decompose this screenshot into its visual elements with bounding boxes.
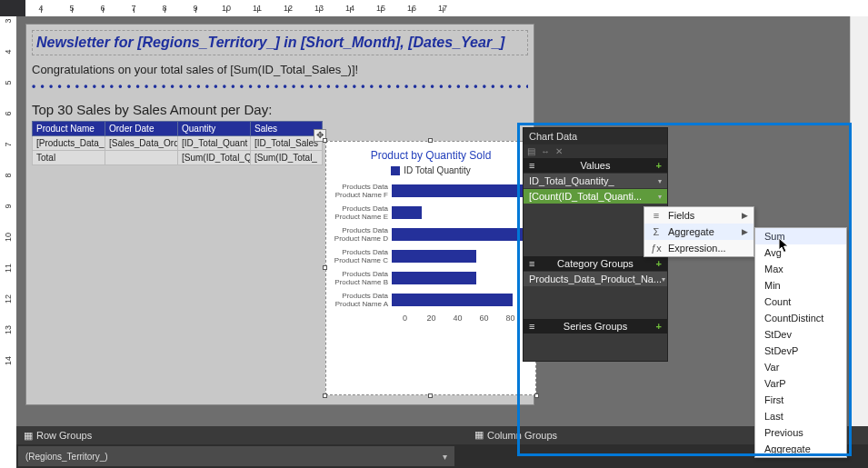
chevron-down-icon[interactable]: ▾ bbox=[443, 452, 447, 462]
groups-strip: (Regions_Territory_) ▾ bbox=[16, 444, 868, 468]
context-menu[interactable]: ≡Fields▶ΣAggregate▶ƒxExpression... bbox=[644, 206, 754, 257]
resize-handle[interactable] bbox=[323, 265, 327, 270]
add-category-icon[interactable]: + bbox=[656, 258, 662, 269]
row-group-chip[interactable]: (Regions_Territory_) ▾ bbox=[18, 446, 454, 466]
table-header[interactable]: Product Name bbox=[33, 122, 105, 136]
aggregate-menu-item[interactable]: Last bbox=[755, 408, 846, 424]
category-groups-section-header[interactable]: ≡ Category Groups + bbox=[524, 256, 667, 271]
category-field-label: Products_Data_Product_Na... bbox=[529, 274, 662, 284]
row-group-chip-label: (Regions_Territory_) bbox=[25, 452, 108, 462]
sales-table[interactable]: Product NameOrder DateQuantitySales [Pro… bbox=[32, 121, 323, 165]
menu-item-label: Aggregate bbox=[668, 226, 714, 237]
table-header[interactable]: Sales bbox=[251, 122, 323, 136]
table-cell[interactable]: [Sales_Data_Ord bbox=[105, 136, 178, 151]
table-cell[interactable]: [Sum(ID_Total_ bbox=[251, 151, 323, 165]
aggregate-menu-item[interactable]: StDevP bbox=[755, 343, 846, 359]
report-title[interactable]: Newsletter for [Regions_Territory_] in [… bbox=[32, 30, 528, 55]
axis-tick-label: 20 bbox=[418, 314, 444, 323]
legend-swatch bbox=[391, 166, 400, 175]
resize-handle[interactable] bbox=[428, 138, 433, 143]
resize-handle[interactable] bbox=[428, 393, 433, 398]
resize-handle[interactable] bbox=[534, 393, 539, 398]
row-groups-header[interactable]: ▦ Row Groups bbox=[16, 426, 99, 444]
chart-bar[interactable] bbox=[392, 294, 513, 306]
submenu-arrow-icon: ▶ bbox=[742, 227, 748, 236]
ruler-horizontal: 4567891011121314151617 bbox=[25, 0, 868, 16]
chart-bar-row: Products Data Product Name C bbox=[330, 248, 526, 264]
resize-handle[interactable] bbox=[323, 393, 327, 398]
chevron-down-icon[interactable]: ▾ bbox=[662, 275, 665, 284]
values-section-header[interactable]: ≡ Values + bbox=[524, 158, 667, 173]
section-title[interactable]: Top 30 Sales by Sales Amount per Day: bbox=[32, 102, 528, 117]
chart-region[interactable]: ✥ Product by Quantity Sold ID Total Quan… bbox=[325, 141, 536, 395]
aggregate-menu-item[interactable]: Sum bbox=[755, 228, 846, 244]
bars-icon: ≡ bbox=[529, 258, 534, 269]
table-cell[interactable]: [Products_Data_ bbox=[33, 136, 105, 151]
ruler-vertical: 34567891011121314 bbox=[0, 16, 16, 468]
aggregate-menu-item[interactable]: StDev bbox=[755, 326, 846, 343]
aggregate-menu-item[interactable]: Aggregate bbox=[755, 441, 846, 457]
chart-data-titlebar[interactable]: Chart Data bbox=[524, 128, 667, 144]
congrats-text[interactable]: Congratulations on your total sales of [… bbox=[32, 63, 528, 76]
chart-bar[interactable] bbox=[392, 272, 476, 284]
menu-item-icon: Σ bbox=[650, 226, 663, 237]
bars-icon: ≡ bbox=[529, 321, 534, 332]
chart-bar-row: Products Data Product Name D bbox=[330, 226, 526, 243]
value-field-label: ID_Total_Quantity_ bbox=[529, 175, 614, 186]
resize-handle[interactable] bbox=[323, 138, 327, 143]
table-cell[interactable]: [Sum(ID_Total_Q bbox=[178, 151, 251, 165]
value-expr-row[interactable]: [Count(ID_Total_Quanti... ▾ bbox=[524, 188, 667, 204]
chart-bar-row: Products Data Product Name B bbox=[330, 270, 526, 286]
value-field-row[interactable]: ID_Total_Quantity_ ▾ bbox=[524, 173, 667, 188]
aggregate-menu-item[interactable]: Avg bbox=[755, 244, 846, 261]
aggregate-menu-item[interactable]: Previous bbox=[755, 424, 846, 441]
chart-bar[interactable] bbox=[392, 184, 526, 197]
value-expr-label: [Count(ID_Total_Quanti... bbox=[529, 191, 642, 202]
column-groups-header[interactable]: ▦ Column Groups bbox=[467, 426, 564, 443]
chart-legend[interactable]: ID Total Quantity bbox=[326, 165, 535, 175]
chart-plot-area[interactable]: Products Data Product Name FProducts Dat… bbox=[326, 183, 535, 308]
chart-bar[interactable] bbox=[392, 228, 526, 241]
menu-item-label: Expression... bbox=[668, 243, 726, 254]
context-menu-item[interactable]: ƒxExpression... bbox=[644, 240, 753, 256]
swap-icon[interactable]: ↔ bbox=[541, 146, 550, 156]
aggregate-menu-item[interactable]: Count bbox=[755, 294, 846, 310]
table-cell[interactable]: [ID_Total_Sales bbox=[251, 136, 323, 151]
right-gutter bbox=[850, 16, 868, 468]
table-header[interactable]: Quantity bbox=[178, 122, 251, 136]
category-field-row[interactable]: Products_Data_Product_Na... ▾ bbox=[524, 271, 667, 286]
table-cell[interactable] bbox=[105, 151, 178, 165]
axis-tick-label: 60 bbox=[471, 314, 497, 323]
aggregate-menu-item[interactable]: Var bbox=[755, 359, 846, 375]
table-cell[interactable]: Total bbox=[33, 151, 105, 165]
dotted-separator: • • • • • • • • • • • • • • • • • • • • … bbox=[32, 80, 528, 93]
chart-data-toolbar: ▤ ↔ ✕ bbox=[524, 144, 667, 158]
chart-bar-row: Products Data Product Name A bbox=[330, 292, 526, 308]
chevron-down-icon[interactable]: ▾ bbox=[658, 193, 662, 201]
chart-bar[interactable] bbox=[392, 206, 422, 219]
table-header[interactable]: Order Date bbox=[105, 122, 178, 136]
aggregate-submenu[interactable]: SumAvgMaxMinCountCountDistinctStDevStDev… bbox=[754, 227, 847, 458]
chart-title[interactable]: Product by Quantity Sold bbox=[326, 142, 535, 165]
series-groups-section-header[interactable]: ≡ Series Groups + bbox=[524, 319, 667, 334]
column-groups-label: Column Groups bbox=[487, 430, 557, 441]
context-menu-item[interactable]: ΣAggregate▶ bbox=[644, 224, 753, 240]
delete-icon[interactable]: ✕ bbox=[555, 146, 563, 156]
add-value-icon[interactable]: + bbox=[656, 160, 662, 171]
table-cell[interactable]: [ID_Total_Quant bbox=[178, 136, 251, 151]
chevron-down-icon[interactable]: ▾ bbox=[658, 177, 662, 185]
row-groups-label: Row Groups bbox=[36, 430, 92, 441]
chart-bar[interactable] bbox=[392, 250, 476, 263]
aggregate-menu-item[interactable]: Max bbox=[755, 261, 846, 277]
aggregate-menu-item[interactable]: VarP bbox=[755, 375, 846, 392]
context-menu-item[interactable]: ≡Fields▶ bbox=[644, 207, 753, 224]
aggregate-menu-item[interactable]: CountDistinct bbox=[755, 310, 846, 326]
aggregate-menu-item[interactable]: Min bbox=[755, 277, 846, 294]
aggregate-menu-item[interactable]: First bbox=[755, 392, 846, 408]
bar-category-label: Products Data Product Name D bbox=[330, 226, 392, 243]
add-series-icon[interactable]: + bbox=[656, 321, 662, 332]
axis-tick-label: 80 bbox=[497, 314, 524, 323]
submenu-arrow-icon: ▶ bbox=[742, 211, 748, 220]
toggle-icon[interactable]: ▤ bbox=[527, 146, 535, 156]
series-groups-label: Series Groups bbox=[564, 321, 627, 332]
